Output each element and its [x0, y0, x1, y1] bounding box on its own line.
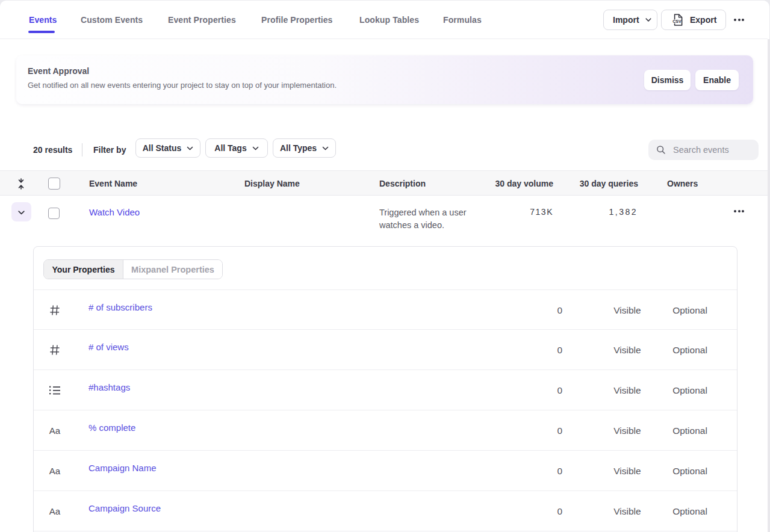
svg-text:CSV: CSV — [672, 19, 682, 23]
